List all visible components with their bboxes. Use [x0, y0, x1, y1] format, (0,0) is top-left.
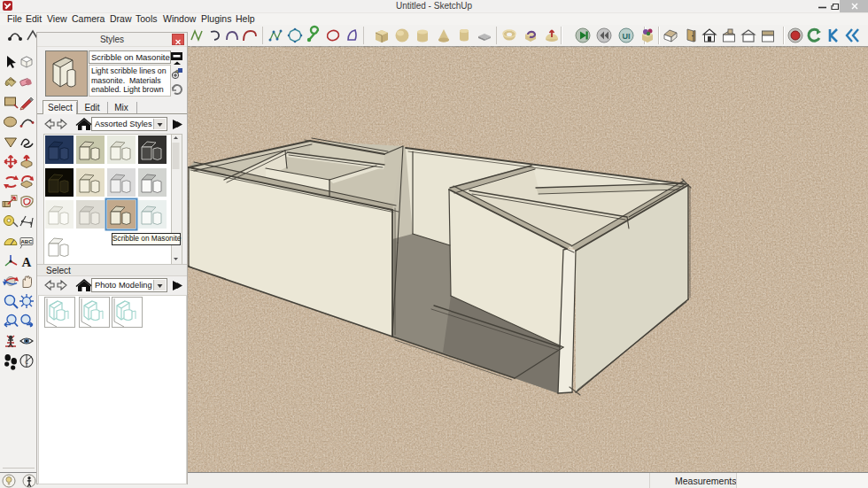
svg-text:ABC: ABC: [21, 239, 34, 244]
svg-text:A: A: [22, 255, 32, 269]
svg-text:C: C: [25, 360, 28, 365]
svg-text:UI: UI: [623, 32, 631, 41]
